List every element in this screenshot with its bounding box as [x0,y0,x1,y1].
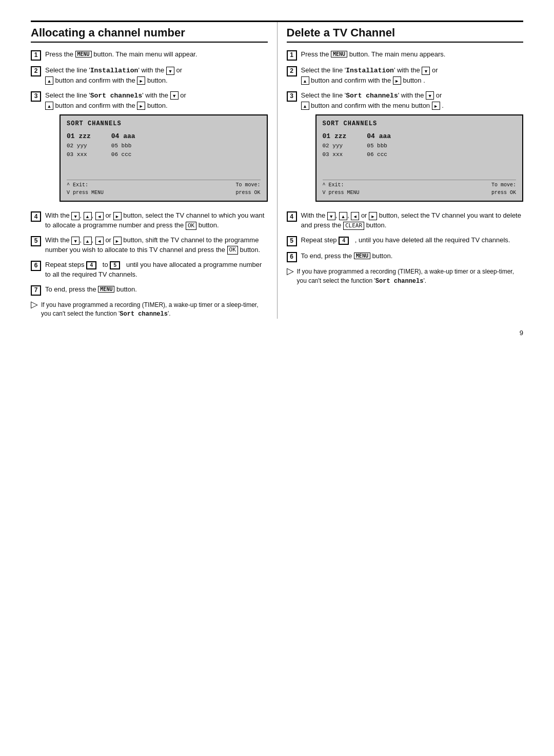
down-s4: ▼ [71,212,80,220]
right-arrow-s2: ► [137,76,145,85]
down-s5: ▼ [71,237,80,245]
page-number: 9 [31,329,523,337]
right-s5: ► [113,237,122,245]
screen-row-6: 06 ccc [111,151,135,159]
right-step-3: 3 Select the line 'Sort channels' with t… [287,91,524,206]
step-7-content: To end, press the MENU button. [45,285,268,295]
down-arrow-s2: ▼ [166,67,174,75]
up-arrow-s3: ▲ [45,102,53,110]
right-title: Delete a TV Channel [287,26,524,43]
screen-right-col: 04 aaa 05 bbb 06 ccc [111,132,135,160]
right-step-num-2: 2 [287,66,297,76]
left-r4: ◄ [351,212,359,220]
right-tip: ▷ If you have programmed a recording (TI… [287,267,524,286]
left-s5: ◄ [95,237,104,245]
screen-right-left-col: 01 zzz 02 yyy 03 xxx [323,132,347,160]
step-num-2: 2 [31,66,41,76]
left-tip: ▷ If you have programmed a recording (TI… [31,301,268,319]
right-step-2: 2 Select the line 'Installation' with th… [287,66,524,86]
left-step-6: 6 Repeat steps 4 to 5 until you have all… [31,260,268,280]
screen-row-1: 01 zzz [67,132,91,142]
right-step-num-6: 6 [287,252,297,262]
right-arrow-s3: ► [137,102,145,110]
rscreen-row-6: 06 ccc [367,151,391,159]
rscreen-row-5: 05 bbb [367,142,391,150]
step-num-1: 1 [31,50,41,61]
right-step-2-content: Select the line 'Installation' with the … [301,66,524,86]
ref-5-left: 5 [110,261,120,269]
right-step-1: 1 Press the MENU button. The main menu a… [287,50,524,61]
left-step-5: 5 With the ▼, ▲, ◄ or ► button, shift th… [31,236,268,255]
right-step-num-5: 5 [287,236,297,246]
down-r3: ▼ [426,91,434,100]
footer-move-left: To move:press OK [235,182,260,197]
ok-btn-s5: OK [227,246,238,254]
right-step-3-content: Select the line 'Sort channels' with the… [301,91,524,206]
right-step-num-1: 1 [287,50,297,61]
screen-row-2: 02 yyy [67,142,91,150]
up-r2: ▲ [301,76,309,85]
footer-exit-left: ^ Exit:V press MENU [67,182,104,197]
up-r3: ▲ [301,102,309,110]
right-step-4-content: With the ▼, ▲, ◄ or ► button, select the… [301,211,524,230]
ref-4-left: 4 [86,261,96,269]
left-step-7: 7 To end, press the MENU button. [31,285,268,296]
left-steps: 1 Press the MENU button. The main menu w… [31,50,268,296]
screen-footer-left: ^ Exit:V press MENU To move:press OK [67,180,261,197]
up-s4: ▲ [84,212,92,220]
menu-btn-s1: MENU [75,51,92,57]
screen-row-5: 05 bbb [111,142,135,150]
menu-btn-r1: MENU [331,51,347,57]
right-column: Delete a TV Channel 1 Press the MENU but… [277,22,524,319]
right-step-4: 4 With the ▼, ▲, ◄ or ► button, select t… [287,211,524,230]
step-1-content: Press the MENU button. The main menu wil… [45,50,268,60]
tip-text-left: If you have programmed a recording (TIME… [41,301,268,319]
ref-4-right: 4 [339,237,349,245]
menu-btn-s7: MENU [98,286,114,293]
down-r4: ▼ [327,212,335,220]
left-step-3: 3 Select the line 'Sort channels' with t… [31,91,268,206]
step-3-content: Select the line 'Sort channels' with the… [45,91,268,206]
right-step-num-4: 4 [287,211,297,222]
rscreen-row-2: 02 yyy [323,142,347,150]
up-s5: ▲ [84,237,92,245]
step-4-content: With the ▼, ▲, ◄ or ► button, select the… [45,211,268,230]
screen-channels-left: 01 zzz 02 yyy 03 xxx 04 aaa 05 bbb 06 cc… [67,132,261,160]
right-screen: SORT CHANNELS 01 zzz 02 yyy 03 xxx 04 aa… [315,114,524,202]
step-5-content: With the ▼, ▲, ◄ or ► button, shift the … [45,236,268,255]
up-r4: ▲ [339,212,347,220]
rscreen-row-4: 04 aaa [367,132,391,142]
right-step-num-3: 3 [287,91,297,102]
screen-title-left: SORT CHANNELS [67,120,261,128]
step-num-3: 3 [31,91,41,102]
step-6-content: Repeat steps 4 to 5 until you have alloc… [45,260,268,280]
rfooter-move: To move:press OK [491,182,516,197]
screen-channels-right: 01 zzz 02 yyy 03 xxx 04 aaa 05 bbb 06 cc… [323,132,517,160]
left-s4: ◄ [95,212,104,220]
ok-btn-s4: OK [186,222,196,230]
screen-row-3: 03 xxx [67,151,91,159]
left-title: Allocating a channel number [31,26,268,43]
clear-btn: CLEAR [343,222,364,230]
screen-title-right: SORT CHANNELS [323,120,517,128]
main-columns: Allocating a channel number 1 Press the … [31,22,523,319]
right-r3: ► [432,102,440,110]
left-screen: SORT CHANNELS 01 zzz 02 yyy 03 xxx 04 aa… [60,114,268,202]
right-steps: 1 Press the MENU button. The main menu a… [287,50,524,262]
tip-arrow-right: ▷ [287,266,294,276]
tip-arrow-left: ▷ [31,300,38,309]
step-num-7: 7 [31,285,41,296]
down-arrow-s3: ▼ [170,91,179,100]
menu-btn-r6: MENU [354,253,370,259]
up-arrow-s2: ▲ [45,76,53,85]
rscreen-row-3: 03 xxx [323,151,347,159]
screen-left-col: 01 zzz 02 yyy 03 xxx [67,132,91,160]
right-step-1-content: Press the MENU button. The main menu app… [301,50,524,60]
rfooter-exit: ^ Exit:V press MENU [323,182,360,197]
step-2-content: Select the line 'Installation' with the … [45,66,268,86]
right-step-5-content: Repeat step 4 , until you have deleted a… [301,236,524,245]
right-s4: ► [113,212,122,220]
step-num-4: 4 [31,211,41,222]
screen-row-4: 04 aaa [111,132,135,142]
right-r4: ► [369,212,377,220]
